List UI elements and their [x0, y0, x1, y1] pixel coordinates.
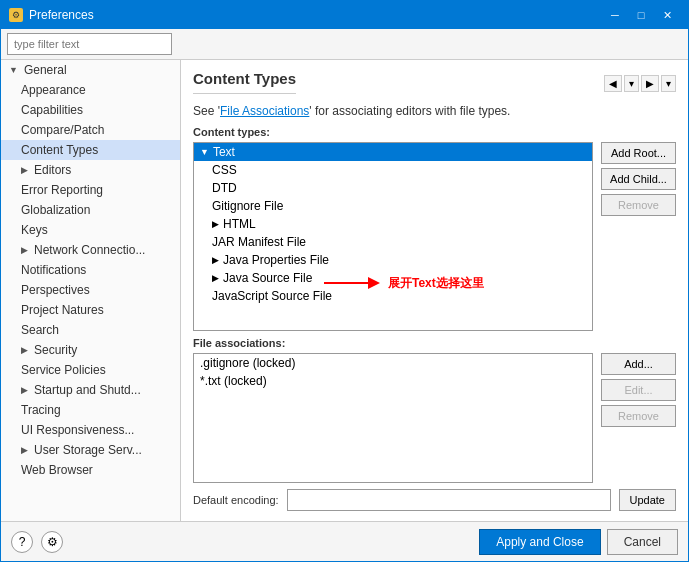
content-types-label: Content types:	[193, 126, 676, 138]
sidebar-item-globalization[interactable]: Globalization	[1, 200, 180, 220]
tree-label-java-source: Java Source File	[223, 271, 312, 285]
sidebar-label-ui-responsiveness: UI Responsiveness...	[21, 423, 134, 437]
expand-icon-network: ▶	[21, 245, 28, 255]
window-controls: ─ □ ✕	[602, 5, 680, 25]
sidebar-label-editors: Editors	[34, 163, 71, 177]
assoc-item-gitignore[interactable]: .gitignore (locked)	[194, 354, 592, 372]
sidebar-item-content-types[interactable]: Content Types	[1, 140, 180, 160]
sidebar-item-appearance[interactable]: Appearance	[1, 80, 180, 100]
sidebar-item-search[interactable]: Search	[1, 320, 180, 340]
settings-button[interactable]: ⚙	[41, 531, 63, 553]
sidebar-item-user-storage[interactable]: ▶ User Storage Serv...	[1, 440, 180, 460]
window-title: Preferences	[29, 8, 94, 22]
tree-item-java-properties[interactable]: ▶ Java Properties File	[194, 251, 592, 269]
add-root-button[interactable]: Add Root...	[601, 142, 676, 164]
expand-icon-text: ▼	[200, 147, 209, 157]
tree-item-gitignore[interactable]: Gitignore File	[194, 197, 592, 215]
sidebar-item-compare-patch[interactable]: Compare/Patch	[1, 120, 180, 140]
tree-label-gitignore: Gitignore File	[212, 199, 283, 213]
update-button[interactable]: Update	[619, 489, 676, 511]
sidebar-item-notifications[interactable]: Notifications	[1, 260, 180, 280]
sidebar-item-project-natures[interactable]: Project Natures	[1, 300, 180, 320]
expand-icon-html: ▶	[212, 219, 219, 229]
sidebar-label-network: Network Connectio...	[34, 243, 145, 257]
nav-menu-button[interactable]: ▾	[661, 75, 676, 92]
tree-item-dtd[interactable]: DTD	[194, 179, 592, 197]
sidebar-item-security[interactable]: ▶ Security	[1, 340, 180, 360]
sidebar-label-user-storage: User Storage Serv...	[34, 443, 142, 457]
encoding-input[interactable]	[287, 489, 611, 511]
content-types-tree[interactable]: ▼ Text CSS DTD Gitignore File ▶ HTML	[193, 142, 593, 331]
help-button[interactable]: ?	[11, 531, 33, 553]
tree-label-javascript-source: JavaScript Source File	[212, 289, 332, 303]
apply-close-button[interactable]: Apply and Close	[479, 529, 600, 555]
sidebar-label-globalization: Globalization	[21, 203, 90, 217]
expand-icon-security: ▶	[21, 345, 28, 355]
remove-assoc-button[interactable]: Remove	[601, 405, 676, 427]
sidebar-item-editors[interactable]: ▶ Editors	[1, 160, 180, 180]
sidebar-label-compare-patch: Compare/Patch	[21, 123, 104, 137]
title-bar: ⚙ Preferences ─ □ ✕	[1, 1, 688, 29]
sidebar-item-error-reporting[interactable]: Error Reporting	[1, 180, 180, 200]
tree-item-html[interactable]: ▶ HTML	[194, 215, 592, 233]
file-associations-link[interactable]: File Associations	[220, 104, 309, 118]
description-suffix: ' for associating editors with file type…	[309, 104, 510, 118]
tree-label-jar-manifest: JAR Manifest File	[212, 235, 306, 249]
minimize-button[interactable]: ─	[602, 5, 628, 25]
sidebar-item-web-browser[interactable]: Web Browser	[1, 460, 180, 480]
edit-assoc-button[interactable]: Edit...	[601, 379, 676, 401]
sidebar-label-content-types: Content Types	[21, 143, 98, 157]
tree-action-buttons: Add Root... Add Child... Remove	[601, 142, 676, 331]
sidebar-item-service-policies[interactable]: Service Policies	[1, 360, 180, 380]
expand-icon-user-storage: ▶	[21, 445, 28, 455]
right-panel: Content Types ◀ ▾ ▶ ▾ See 'File Associat…	[181, 60, 688, 521]
sidebar-item-ui-responsiveness[interactable]: UI Responsiveness...	[1, 420, 180, 440]
add-assoc-button[interactable]: Add...	[601, 353, 676, 375]
preferences-window: ⚙ Preferences ─ □ ✕ ▼ General Appearance…	[0, 0, 689, 562]
sidebar-item-general[interactable]: ▼ General	[1, 60, 180, 80]
bottom-bar: ? ⚙ Apply and Close Cancel	[1, 521, 688, 561]
description-prefix: See '	[193, 104, 220, 118]
filter-bar	[1, 29, 688, 60]
assoc-item-txt[interactable]: *.txt (locked)	[194, 372, 592, 390]
sidebar-label-appearance: Appearance	[21, 83, 86, 97]
sidebar-item-keys[interactable]: Keys	[1, 220, 180, 240]
sidebar-item-network[interactable]: ▶ Network Connectio...	[1, 240, 180, 260]
tree-item-jar-manifest[interactable]: JAR Manifest File	[194, 233, 592, 251]
sidebar-item-capabilities[interactable]: Capabilities	[1, 100, 180, 120]
sidebar-label-project-natures: Project Natures	[21, 303, 104, 317]
cancel-button[interactable]: Cancel	[607, 529, 678, 555]
sidebar-item-perspectives[interactable]: Perspectives	[1, 280, 180, 300]
tree-item-javascript-source[interactable]: JavaScript Source File	[194, 287, 592, 305]
tree-label-dtd: DTD	[212, 181, 237, 195]
nav-dropdown-button[interactable]: ▾	[624, 75, 639, 92]
encoding-label: Default encoding:	[193, 494, 279, 506]
file-associations-list[interactable]: .gitignore (locked) *.txt (locked)	[193, 353, 593, 483]
description: See 'File Associations' for associating …	[193, 104, 676, 118]
sidebar-item-tracing[interactable]: Tracing	[1, 400, 180, 420]
sidebar-label-tracing: Tracing	[21, 403, 61, 417]
tree-item-css[interactable]: CSS	[194, 161, 592, 179]
sidebar-label-startup: Startup and Shutd...	[34, 383, 141, 397]
sidebar: ▼ General Appearance Capabilities Compar…	[1, 60, 181, 521]
filter-input[interactable]	[7, 33, 172, 55]
expand-icon-java-properties: ▶	[212, 255, 219, 265]
sidebar-label-search: Search	[21, 323, 59, 337]
nav-back-button[interactable]: ◀	[604, 75, 622, 92]
close-button[interactable]: ✕	[654, 5, 680, 25]
tree-item-text[interactable]: ▼ Text	[194, 143, 592, 161]
expand-icon-java-source: ▶	[212, 273, 219, 283]
maximize-button[interactable]: □	[628, 5, 654, 25]
encoding-row: Default encoding: Update	[193, 489, 676, 511]
assoc-action-buttons: Add... Edit... Remove	[601, 353, 676, 483]
sidebar-item-startup[interactable]: ▶ Startup and Shutd...	[1, 380, 180, 400]
sidebar-label-security: Security	[34, 343, 77, 357]
add-child-button[interactable]: Add Child...	[601, 168, 676, 190]
nav-forward-button[interactable]: ▶	[641, 75, 659, 92]
expand-icon-editors: ▶	[21, 165, 28, 175]
title-bar-left: ⚙ Preferences	[9, 8, 94, 22]
remove-type-button[interactable]: Remove	[601, 194, 676, 216]
expand-icon-startup: ▶	[21, 385, 28, 395]
tree-item-java-source[interactable]: ▶ Java Source File	[194, 269, 592, 287]
bottom-right: Apply and Close Cancel	[479, 529, 678, 555]
